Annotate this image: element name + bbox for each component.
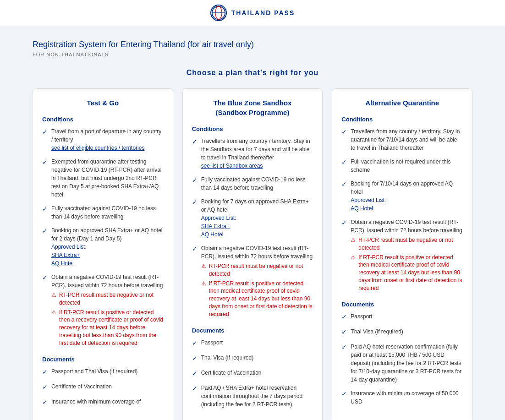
logo-icon	[210, 5, 227, 21]
check-icon: ✓	[42, 367, 48, 377]
doc-item: ✓ Passport	[341, 312, 463, 322]
warning-text: If RT-PCR result is positive or detected…	[59, 309, 164, 347]
warning-text: If RT-PCR result is positive or detected…	[209, 280, 313, 318]
check-icon: ✓	[42, 158, 48, 167]
condition-item: ✓ Booking for 7/10/14 days on approved A…	[341, 180, 463, 213]
conditions-list-1: ✓ Travel from a port of departure in any…	[42, 127, 164, 349]
warning-icon: ⚠	[201, 280, 206, 288]
condition-text: Booking for 7/10/14 days on approved AQ …	[351, 180, 463, 213]
eligible-countries-link[interactable]: see list of eligible countries / territo…	[51, 145, 144, 151]
condition-text: Booking on approved SHA Extra+ or AQ hot…	[51, 226, 164, 267]
condition-text: Obtain a negative COVID-19 test result (…	[51, 273, 164, 349]
conditions-label-1: Conditions	[42, 116, 164, 123]
doc-text: Paid AQ / SHA Extra+ hotel reservation c…	[201, 384, 313, 409]
conditions-label-2: Conditions	[192, 125, 313, 132]
warning-icon: ⚠	[351, 254, 356, 262]
doc-text: Certificate of Vaccination	[201, 369, 313, 377]
check-icon: ✓	[192, 244, 198, 254]
documents-label-2: Documents	[192, 327, 313, 334]
condition-item: ✓ Full vaccination is not required under…	[341, 158, 463, 174]
doc-item: ✓ Thai Visa (if required)	[341, 327, 463, 337]
check-icon: ✓	[42, 398, 48, 407]
page-subheading: FOR NON-THAI NATIONALS	[33, 52, 472, 57]
warning-text: If RT-PCR result is positive or detected…	[358, 254, 463, 292]
warning-item: ⚠ RT-PCR result must be negative or not …	[201, 262, 313, 278]
header-title: THAILAND PASS	[231, 9, 295, 16]
check-icon: ✓	[192, 197, 198, 207]
condition-text: Travellers from any country / territory.…	[201, 137, 313, 170]
warning-item: ⚠ If RT-PCR result is positive or detect…	[51, 309, 164, 347]
warning-text: RT-PCR result must be negative or not de…	[209, 262, 313, 278]
check-icon: ✓	[192, 369, 198, 378]
warning-text: RT-PCR result must be negative or not de…	[59, 291, 164, 307]
approved-label: Approved List:	[51, 244, 87, 250]
doc-item: ✓ Insurance with minimum coverage of 50,…	[341, 389, 463, 406]
documents-list-1: ✓ Passport and Thai Visa (if required) ✓…	[42, 367, 164, 407]
choose-plan-heading: Choose a plan that's right for you	[33, 69, 472, 77]
warning-item: ⚠ If RT-PCR result is positive or detect…	[351, 254, 463, 292]
warnings-list: ⚠ RT-PCR result must be negative or not …	[351, 236, 463, 292]
condition-item: ✓ Booking on approved SHA Extra+ or AQ h…	[42, 226, 164, 267]
condition-item: ✓ Booking for 7 days on approved SHA Ext…	[192, 197, 313, 239]
check-icon: ✓	[341, 218, 347, 228]
conditions-label-3: Conditions	[341, 116, 463, 123]
aq-hotel-link-2[interactable]: AQ Hotel	[201, 230, 313, 239]
condition-item: ✓ Obtain a negative COVID-19 test result…	[341, 218, 463, 294]
documents-section-1: Documents ✓ Passport and Thai Visa (if r…	[42, 356, 164, 407]
conditions-list-2: ✓ Travellers from any country / territor…	[192, 137, 313, 320]
warnings-list: ⚠ RT-PCR result must be negative or not …	[51, 291, 164, 347]
card-title-test-and-go: Test & Go	[42, 98, 164, 108]
doc-item: ✓ Insurance with minimum coverage of	[42, 398, 164, 407]
doc-item: ✓ Thai Visa (if required)	[192, 354, 313, 363]
card-title-blue-zone: The Blue Zone Sandbox(Sandbox Programme)	[192, 98, 313, 117]
condition-text: Travel from a port of departure in any c…	[51, 127, 164, 152]
cards-container: Test & Go Conditions ✓ Travel from a por…	[33, 88, 472, 420]
condition-text: Obtain a negative COVID-19 test result (…	[201, 244, 313, 320]
doc-item: ✓ Certificate of Vaccination	[192, 369, 313, 378]
check-icon: ✓	[192, 338, 198, 348]
warning-icon: ⚠	[51, 291, 56, 299]
condition-item: ✓ Travellers from any country / territor…	[341, 127, 463, 152]
doc-text: Insurance with minimum coverage of 50,00…	[351, 389, 463, 406]
documents-section-2: Documents ✓ Passport ✓ Thai Visa (if req…	[192, 327, 313, 409]
condition-item: ✓ Fully vaccinated against COVID-19 no l…	[42, 204, 164, 221]
condition-item: ✓ Travellers from any country / territor…	[192, 137, 313, 170]
approved-label: Approved List:	[201, 215, 236, 221]
doc-item: ✓ Passport and Thai Visa (if required)	[42, 367, 164, 377]
doc-text: Thai Visa (if required)	[351, 327, 463, 336]
warning-icon: ⚠	[51, 309, 56, 316]
check-icon: ✓	[341, 389, 347, 399]
doc-text: Paid AQ hotel reservation confirmation (…	[351, 343, 463, 384]
warning-item: ⚠ If RT-PCR result is positive or detect…	[201, 280, 313, 318]
documents-section-3: Documents ✓ Passport ✓ Thai Visa (if req…	[341, 301, 463, 406]
doc-item: ✓ Passport	[192, 338, 313, 348]
check-icon: ✓	[42, 127, 48, 137]
check-icon: ✓	[192, 137, 198, 147]
conditions-list-3: ✓ Travellers from any country / territor…	[341, 127, 463, 294]
check-icon: ✓	[192, 354, 198, 363]
check-icon: ✓	[341, 327, 347, 337]
check-icon: ✓	[341, 158, 347, 167]
condition-text: Booking for 7 days on approved SHA Extra…	[201, 197, 313, 239]
condition-text: Obtain a negative COVID-19 test result (…	[351, 218, 463, 294]
aq-hotel-link-3[interactable]: AQ Hotel	[351, 204, 463, 213]
documents-list-3: ✓ Passport ✓ Thai Visa (if required) ✓ P…	[341, 312, 463, 406]
check-icon: ✓	[341, 180, 347, 189]
doc-item: ✓ Certificate of Vaccination	[42, 382, 164, 392]
doc-item: ✓ Paid AQ hotel reservation confirmation…	[341, 343, 463, 384]
page-wrapper: Registration System for Entering Thailan…	[23, 26, 482, 420]
card-title-alt-quarantine: Alternative Quarantine	[341, 98, 463, 108]
condition-item: ✓ Exempted from quarantine after testing…	[42, 158, 164, 199]
sha-extra-link[interactable]: SHA Extra+	[51, 251, 164, 259]
doc-item: ✓ Paid AQ / SHA Extra+ hotel reservation…	[192, 384, 313, 409]
doc-text: Insurance with minimum coverage of	[51, 398, 164, 406]
warnings-list: ⚠ RT-PCR result must be negative or not …	[201, 262, 313, 318]
sandbox-areas-link[interactable]: see list of Sandbox areas	[201, 163, 263, 169]
condition-item: ✓ Obtain a negative COVID-19 test result…	[192, 244, 313, 320]
check-icon: ✓	[42, 273, 48, 283]
warning-icon: ⚠	[201, 262, 206, 270]
check-icon: ✓	[192, 384, 198, 393]
sha-extra-link-2[interactable]: SHA Extra+	[201, 222, 313, 230]
aq-hotel-link[interactable]: AQ Hotel	[51, 259, 164, 267]
doc-text: Certificate of Vaccination	[51, 382, 164, 391]
